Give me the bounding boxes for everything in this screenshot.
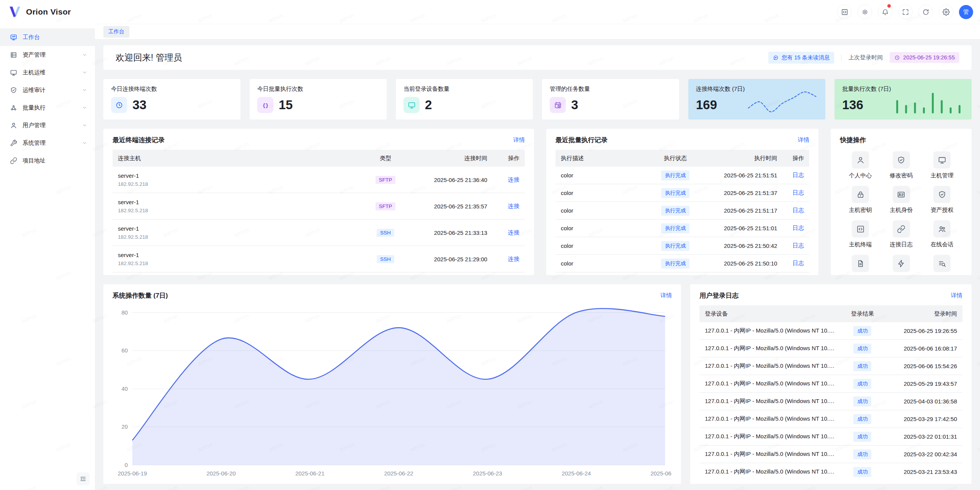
login-details-link[interactable]: 详情 xyxy=(951,292,962,299)
quick-action[interactable]: 主机管理 xyxy=(921,151,962,179)
code-button[interactable] xyxy=(837,5,852,19)
sparkline-chart xyxy=(746,87,818,115)
theme-button[interactable] xyxy=(858,5,872,19)
exec-time: 2025-06-25 21:50:10 xyxy=(700,260,782,267)
table-row: 127.0.0.1 - 内网IP - Mozilla/5.0 (Windows … xyxy=(699,446,962,463)
quick-action[interactable]: 资产授权 xyxy=(921,186,962,214)
quick-action[interactable]: 主机终端 xyxy=(840,220,881,248)
quick-action[interactable]: 命令执行 xyxy=(881,255,922,275)
orion-visor-logo-icon xyxy=(8,5,21,18)
column-header: 操作 xyxy=(782,155,809,162)
connect-link[interactable]: 连接 xyxy=(508,176,519,183)
theme-icon xyxy=(861,8,869,16)
sidebar-item[interactable]: 主机运维 xyxy=(0,64,95,81)
quick-action[interactable]: 主机密钥 xyxy=(840,186,881,214)
unread-messages-badge[interactable]: 您有 15 条未读消息 xyxy=(768,52,835,64)
code-icon xyxy=(841,8,848,16)
sidebar-item-icon xyxy=(10,69,17,76)
host-ip: 182.92.5.218 xyxy=(118,208,361,213)
login-device: 127.0.0.1 - 内网IP - Mozilla/5.0 (Windows … xyxy=(699,327,841,334)
quick-action[interactable]: 文件操作日志 xyxy=(840,255,881,275)
sidebar-item[interactable]: 项目地址 xyxy=(0,152,95,169)
sidebar-item[interactable]: 批量执行 xyxy=(0,99,95,116)
quick-action-label: 主机终端 xyxy=(849,241,872,248)
quick-actions-panel: 快捷操作 个人中心 xyxy=(831,129,972,275)
exec-status-badge: 执行完成 xyxy=(661,241,689,251)
sidebar-item[interactable]: 运维审计 xyxy=(0,81,95,99)
sidebar-item-label: 工作台 xyxy=(23,34,40,41)
terminal-connections-panel: 最近终端连接记录 详情 连接主机 类型 连接时间 操作 xyxy=(103,129,534,275)
login-result-badge: 成功 xyxy=(853,432,871,442)
avatar[interactable]: 管 xyxy=(959,5,973,19)
quick-action-icon xyxy=(933,255,951,272)
login-device: 127.0.0.1 - 内网IP - Mozilla/5.0 (Windows … xyxy=(699,398,841,405)
stat-value: 2 xyxy=(425,98,432,112)
exec-description: color xyxy=(555,207,650,214)
batch-details-link[interactable]: 详情 xyxy=(798,136,809,144)
login-time: 2025-06-06 15:54:26 xyxy=(884,363,962,369)
log-link[interactable]: 日志 xyxy=(792,260,804,266)
quick-action[interactable]: 在线会话 xyxy=(921,220,962,248)
fullscreen-button[interactable] xyxy=(898,5,913,19)
quick-actions-grid: 个人中心 修改密码 主机管理 xyxy=(840,151,962,275)
login-result-badge: 成功 xyxy=(853,397,871,406)
quick-action-label: 主机密钥 xyxy=(849,206,872,214)
panel-title: 系统操作数量 (7日) xyxy=(113,291,168,300)
collapse-sidebar-button[interactable] xyxy=(77,472,90,485)
quick-action-icon xyxy=(933,220,951,238)
clock-icon xyxy=(894,55,900,61)
column-header: 执行状态 xyxy=(650,155,700,162)
terminal-details-link[interactable]: 详情 xyxy=(513,136,525,144)
stat-card-batch-7d: 批量执行次数 (7日) 136 xyxy=(835,79,972,120)
notifications-button[interactable] xyxy=(878,5,892,19)
quick-action[interactable]: 个人中心 xyxy=(840,151,881,179)
settings-button[interactable] xyxy=(939,5,953,19)
main-content: 工作台 欢迎回来! 管理员 您有 15 条未读消息 上次登录时间 xyxy=(95,24,980,490)
table-row: server-1 182.92.5.218 SFTP 2025-06-25 21… xyxy=(113,193,525,220)
topbar-actions: 管 xyxy=(837,5,973,19)
bottom-row: 系统操作数量 (7日) 详情 0204060802025-06-192025-0… xyxy=(103,284,972,484)
exec-status-badge: 执行完成 xyxy=(661,188,689,198)
chart-details-link[interactable]: 详情 xyxy=(660,292,672,299)
stat-card: 管理的任务数量 3 xyxy=(542,79,679,120)
login-device: 127.0.0.1 - 内网IP - Mozilla/5.0 (Windows … xyxy=(699,433,841,440)
sidebar-menu: 工作台 资产管理 主机运维 xyxy=(0,28,95,169)
table-row: color 执行完成 2025-06-25 21:51:17 日志 xyxy=(555,202,809,220)
sidebar-item[interactable]: 系统管理 xyxy=(0,134,95,152)
quick-action[interactable]: 修改密码 xyxy=(881,151,922,179)
quick-action[interactable]: 连接日志 xyxy=(881,220,922,248)
stat-value: 15 xyxy=(279,98,293,112)
connect-link[interactable]: 连接 xyxy=(508,229,519,236)
log-link[interactable]: 日志 xyxy=(792,242,804,249)
protocol-badge: SFTP xyxy=(376,176,396,184)
column-header: 执行时间 xyxy=(700,155,782,162)
log-link[interactable]: 日志 xyxy=(792,207,804,213)
stat-icon xyxy=(550,97,566,113)
login-device: 127.0.0.1 - 内网IP - Mozilla/5.0 (Windows … xyxy=(699,345,841,352)
connect-link[interactable]: 连接 xyxy=(508,203,519,209)
sidebar-item[interactable]: 用户管理 xyxy=(0,116,95,134)
content-body: 欢迎回来! 管理员 您有 15 条未读消息 上次登录时间 2025-06-25 … xyxy=(95,39,980,490)
chevron-down-icon xyxy=(82,87,87,93)
quick-action[interactable]: 执行日志 xyxy=(921,255,962,275)
login-device: 127.0.0.1 - 内网IP - Mozilla/5.0 (Windows … xyxy=(699,451,841,458)
brand[interactable]: Orion Visor xyxy=(8,5,71,18)
breadcrumb-item-workbench[interactable]: 工作台 xyxy=(103,26,129,38)
refresh-icon xyxy=(922,8,929,16)
stat-icon xyxy=(403,97,420,113)
login-time: 2025-04-03 01:36:58 xyxy=(884,398,962,405)
sidebar-item[interactable]: 资产管理 xyxy=(0,46,95,64)
panel-title: 最近终端连接记录 xyxy=(113,136,165,144)
sidebar-item[interactable]: 工作台 xyxy=(0,28,95,46)
sidebar: 工作台 资产管理 主机运维 xyxy=(0,24,95,490)
table-header: 连接主机 类型 连接时间 操作 xyxy=(113,150,525,167)
welcome-meta: 您有 15 条未读消息 上次登录时间 2025-06-25 19:26:55 xyxy=(768,52,959,64)
log-link[interactable]: 日志 xyxy=(792,189,804,196)
log-link[interactable]: 日志 xyxy=(792,225,804,231)
connect-link[interactable]: 连接 xyxy=(508,256,519,262)
table-row: color 执行完成 2025-06-25 21:51:01 日志 xyxy=(555,220,809,237)
log-link[interactable]: 日志 xyxy=(792,172,804,178)
quick-action[interactable]: 主机身份 xyxy=(881,186,922,214)
refresh-button[interactable] xyxy=(918,5,933,19)
table-row: 127.0.0.1 - 内网IP - Mozilla/5.0 (Windows … xyxy=(699,340,962,357)
